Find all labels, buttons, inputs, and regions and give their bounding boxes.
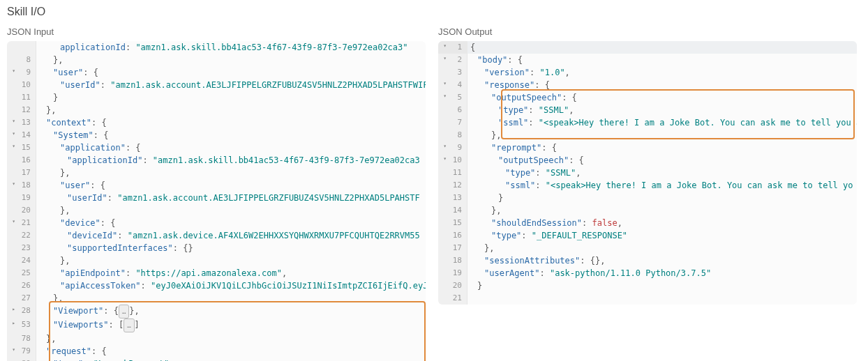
fold-open-icon[interactable]: ▾: [440, 155, 447, 162]
code-content[interactable]: "ssml": "<speak>Hey there! I am a Joke B…: [467, 116, 857, 129]
fold-open-icon[interactable]: ▾: [8, 143, 15, 150]
code-content[interactable]: "user": {: [36, 179, 426, 192]
code-line[interactable]: 1▾{: [438, 41, 857, 54]
code-content[interactable]: "type": "SSML",: [467, 167, 857, 179]
code-line[interactable]: 53▸"Viewports": […]: [7, 318, 426, 332]
code-line[interactable]: 13}: [438, 192, 857, 204]
code-line[interactable]: 27},: [7, 292, 426, 305]
fold-closed-icon[interactable]: ▸: [8, 306, 15, 313]
code-content[interactable]: "apiAccessToken": "eyJ0eXAiOiJKV1QiLCJhb…: [36, 279, 426, 292]
code-line[interactable]: 28▸"Viewport": {…},: [7, 305, 426, 318]
code-content[interactable]: applicationId: "amzn1.ask.skill.bb41ac53…: [36, 41, 426, 54]
code-line[interactable]: 9▾"user": {: [7, 66, 426, 79]
code-content[interactable]: "userAgent": "ask-python/1.11.0 Python/3…: [467, 267, 857, 279]
code-line[interactable]: 16"applicationId": "amzn1.ask.skill.bb41…: [7, 154, 426, 167]
code-line[interactable]: 20}: [438, 279, 857, 292]
code-content[interactable]: "application": {: [36, 141, 426, 154]
code-content[interactable]: "sessionAttributes": {},: [467, 254, 857, 267]
code-line[interactable]: 10"userId": "amzn1.ask.account.AE3LJFIPP…: [7, 79, 426, 91]
code-line[interactable]: 13▾"context": {: [7, 116, 426, 129]
code-line[interactable]: 19"userAgent": "ask-python/1.11.0 Python…: [438, 267, 857, 279]
code-content[interactable]: },: [36, 54, 426, 66]
fold-open-icon[interactable]: ▾: [8, 218, 15, 225]
code-content[interactable]: "type": "_DEFAULT_RESPONSE": [467, 229, 857, 242]
code-line[interactable]: 4▾"response": {: [438, 79, 857, 91]
code-content[interactable]: "deviceId": "amzn1.ask.device.AF4XL6W2EH…: [36, 229, 426, 242]
code-line[interactable]: 12},: [7, 104, 426, 116]
code-line[interactable]: 3"version": "1.0",: [438, 66, 857, 79]
code-content[interactable]: "Viewport": {…},: [36, 305, 426, 318]
json-output-editor[interactable]: 1▾{2▾"body": {3"version": "1.0",4▾"respo…: [438, 41, 857, 305]
code-content[interactable]: "outputSpeech": {: [467, 91, 857, 104]
code-content[interactable]: },: [36, 167, 426, 179]
code-line[interactable]: 18"sessionAttributes": {},: [438, 254, 857, 267]
code-content[interactable]: "userId": "amzn1.ask.account.AE3LJFIPPEL…: [36, 192, 426, 204]
code-line[interactable]: 11"type": "SSML",: [438, 167, 857, 179]
code-line[interactable]: 9▾"reprompt": {: [438, 141, 857, 154]
code-line[interactable]: 6"type": "SSML",: [438, 104, 857, 116]
code-line[interactable]: 15▾"application": {: [7, 141, 426, 154]
code-line[interactable]: 78},: [7, 332, 426, 345]
code-line[interactable]: 26"apiAccessToken": "eyJ0eXAiOiJKV1QiLCJ…: [7, 279, 426, 292]
code-content[interactable]: "applicationId": "amzn1.ask.skill.bb41ac…: [36, 154, 426, 167]
fold-open-icon[interactable]: ▾: [8, 180, 15, 187]
code-content[interactable]: "System": {: [36, 129, 426, 141]
code-content[interactable]: "user": {: [36, 66, 426, 79]
code-line[interactable]: 17},: [438, 242, 857, 254]
fold-open-icon[interactable]: ▾: [440, 43, 447, 49]
code-line[interactable]: applicationId: "amzn1.ask.skill.bb41ac53…: [7, 41, 426, 54]
code-line[interactable]: 7"ssml": "<speak>Hey there! I am a Joke …: [438, 116, 857, 129]
fold-open-icon[interactable]: ▾: [8, 68, 15, 75]
fold-open-icon[interactable]: ▾: [440, 55, 447, 62]
code-content[interactable]: }: [36, 91, 426, 104]
code-line[interactable]: 15"shouldEndSession": false,: [438, 217, 857, 229]
code-line[interactable]: 12"ssml": "<speak>Hey there! I am a Joke…: [438, 179, 857, 192]
code-line[interactable]: 11}: [7, 91, 426, 104]
code-content[interactable]: "body": {: [467, 54, 857, 66]
fold-open-icon[interactable]: ▾: [440, 93, 447, 100]
code-line[interactable]: 23"supportedInterfaces": {}: [7, 242, 426, 254]
code-content[interactable]: },: [36, 254, 426, 267]
code-content[interactable]: "context": {: [36, 116, 426, 129]
fold-open-icon[interactable]: ▾: [8, 130, 15, 137]
code-line[interactable]: 21: [438, 292, 857, 305]
code-line[interactable]: 18▾"user": {: [7, 179, 426, 192]
code-content[interactable]: "request": {: [36, 345, 426, 358]
code-line[interactable]: 19"userId": "amzn1.ask.account.AE3LJFIPP…: [7, 192, 426, 204]
code-content[interactable]: "outputSpeech": {: [467, 154, 857, 167]
code-content[interactable]: "device": {: [36, 217, 426, 229]
code-content[interactable]: {: [467, 41, 857, 54]
fold-open-icon[interactable]: ▾: [440, 80, 447, 87]
code-content[interactable]: }: [467, 279, 857, 292]
code-content[interactable]: "shouldEndSession": false,: [467, 217, 857, 229]
code-content[interactable]: "ssml": "<speak>Hey there! I am a Joke B…: [467, 179, 857, 192]
code-content[interactable]: "Viewports": […]: [36, 318, 426, 332]
code-content[interactable]: "type": "LaunchRequest",: [36, 358, 426, 361]
code-line[interactable]: 2▾"body": {: [438, 54, 857, 66]
fold-open-icon[interactable]: ▾: [8, 118, 15, 125]
code-content[interactable]: },: [36, 332, 426, 345]
code-line[interactable]: 20},: [7, 204, 426, 217]
code-line[interactable]: 80"type": "LaunchRequest",: [7, 358, 426, 361]
code-content[interactable]: }: [467, 192, 857, 204]
fold-open-icon[interactable]: ▾: [440, 143, 447, 150]
code-content[interactable]: "supportedInterfaces": {}: [36, 242, 426, 254]
code-content[interactable]: "userId": "amzn1.ask.account.AE3LJFIPPEL…: [36, 79, 426, 91]
code-line[interactable]: 8},: [438, 129, 857, 141]
code-content[interactable]: },: [467, 204, 857, 217]
code-content[interactable]: "response": {: [467, 79, 857, 91]
code-content[interactable]: },: [36, 204, 426, 217]
code-line[interactable]: 8},: [7, 54, 426, 66]
code-content[interactable]: "version": "1.0",: [467, 66, 857, 79]
code-line[interactable]: 79▾"request": {: [7, 345, 426, 358]
code-line[interactable]: 25"apiEndpoint": "https://api.amazonalex…: [7, 267, 426, 279]
fold-closed-icon[interactable]: ▸: [8, 320, 15, 327]
code-line[interactable]: 14▾"System": {: [7, 129, 426, 141]
code-line[interactable]: 24},: [7, 254, 426, 267]
code-content[interactable]: },: [467, 242, 857, 254]
code-content[interactable]: "type": "SSML",: [467, 104, 857, 116]
code-line[interactable]: 22"deviceId": "amzn1.ask.device.AF4XL6W2…: [7, 229, 426, 242]
fold-open-icon[interactable]: ▾: [8, 346, 15, 353]
code-line[interactable]: 16"type": "_DEFAULT_RESPONSE": [438, 229, 857, 242]
code-line[interactable]: 21▾"device": {: [7, 217, 426, 229]
